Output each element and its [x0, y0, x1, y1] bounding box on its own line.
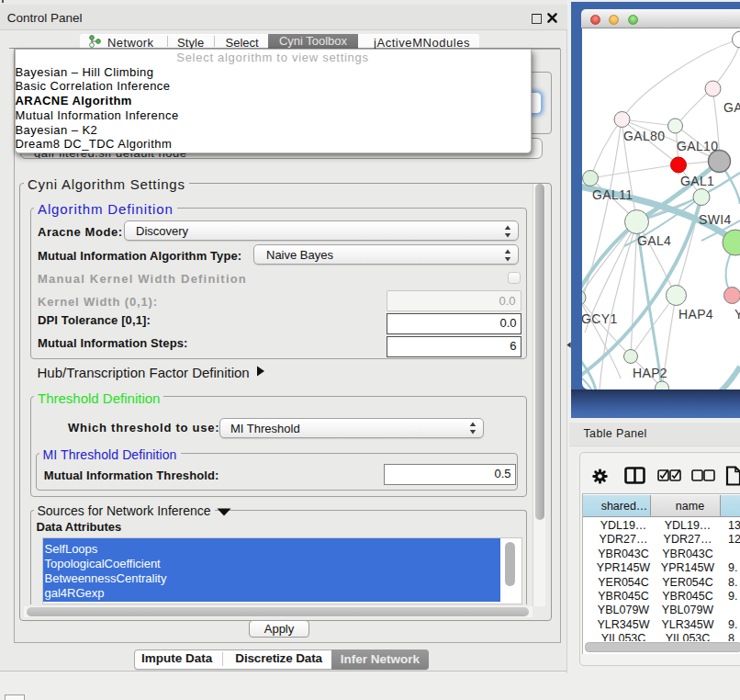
svg-text:GAL10: GAL10 — [677, 139, 718, 153]
svg-text:Y: Y — [734, 307, 740, 322]
svg-text:GAL1: GAL1 — [680, 174, 714, 188]
svg-text:GAL80: GAL80 — [623, 129, 665, 143]
svg-text:GCY1: GCY1 — [582, 311, 618, 326]
svg-text:GAL4: GAL4 — [637, 233, 671, 248]
svg-text:GAL11: GAL11 — [592, 187, 633, 202]
svg-text:SWI4: SWI4 — [699, 212, 732, 227]
svg-text:HAP2: HAP2 — [633, 366, 667, 380]
svg-text:GAL: GAL — [723, 100, 740, 115]
svg-text:HAP4: HAP4 — [678, 307, 713, 322]
